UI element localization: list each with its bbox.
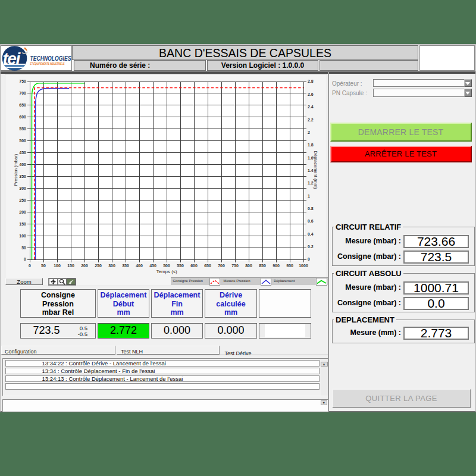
svg-text:550: 550	[177, 264, 184, 268]
svg-text:450: 450	[19, 151, 26, 155]
svg-text:900: 900	[273, 264, 280, 268]
svg-text:2.8: 2.8	[308, 79, 314, 83]
svg-text:750: 750	[19, 79, 26, 83]
svg-text:300: 300	[108, 264, 115, 268]
svg-text:650: 650	[19, 103, 26, 107]
svg-text:400: 400	[19, 162, 26, 167]
svg-text:350: 350	[122, 264, 129, 268]
svg-text:1.6: 1.6	[308, 156, 314, 160]
svg-text:1.4: 1.4	[308, 168, 314, 173]
svg-text:Temps (s): Temps (s)	[156, 269, 177, 274]
svg-text:850: 850	[259, 264, 266, 268]
svg-text:450: 450	[149, 264, 156, 268]
svg-text:0.2: 0.2	[308, 245, 314, 249]
svg-text:600: 600	[190, 264, 198, 268]
svg-text:100: 100	[19, 234, 26, 238]
svg-text:1.2: 1.2	[308, 181, 314, 185]
svg-text:0: 0	[308, 257, 310, 261]
svg-text:350: 350	[19, 174, 26, 178]
svg-text:Déplacement (mm): Déplacement (mm)	[313, 151, 318, 189]
svg-text:300: 300	[19, 186, 26, 190]
svg-text:TECHNOLOGIES: TECHNOLOGIES	[30, 55, 71, 62]
svg-text:1000: 1000	[299, 264, 308, 268]
svg-text:700: 700	[218, 264, 225, 268]
svg-text:800: 800	[245, 264, 252, 268]
svg-text:150: 150	[19, 222, 26, 226]
svg-text:2.6: 2.6	[308, 92, 314, 96]
svg-text:2.4: 2.4	[308, 105, 314, 109]
svg-text:100: 100	[54, 264, 61, 268]
svg-text:600: 600	[19, 115, 26, 119]
svg-text:0.8: 0.8	[308, 206, 314, 211]
svg-text:2: 2	[308, 130, 310, 134]
svg-text:250: 250	[95, 264, 102, 268]
svg-text:0.4: 0.4	[308, 232, 314, 236]
svg-text:950: 950	[286, 264, 293, 268]
svg-text:650: 650	[204, 264, 211, 268]
svg-text:500: 500	[19, 139, 26, 143]
svg-text:500: 500	[163, 264, 170, 268]
svg-text:1: 1	[308, 194, 310, 198]
svg-text:tei: tei	[3, 49, 21, 68]
svg-text:2.2: 2.2	[308, 118, 314, 122]
svg-text:700: 700	[19, 91, 26, 95]
svg-text:250: 250	[19, 198, 26, 202]
svg-text:0: 0	[29, 264, 31, 268]
svg-text:550: 550	[19, 127, 26, 131]
svg-text:0: 0	[24, 257, 26, 261]
svg-text:50: 50	[41, 264, 46, 268]
svg-text:1.8: 1.8	[308, 143, 314, 147]
svg-text:750: 750	[231, 264, 239, 268]
svg-text:200: 200	[19, 210, 26, 214]
svg-text:400: 400	[136, 264, 143, 268]
svg-text:150: 150	[67, 264, 74, 268]
svg-text:50: 50	[21, 246, 26, 250]
svg-text:200: 200	[81, 264, 88, 268]
svg-text:ET ÉQUIPEMENTS INDUSTRIELS: ET ÉQUIPEMENTS INDUSTRIELS	[30, 61, 65, 65]
svg-text:0.6: 0.6	[308, 219, 314, 223]
svg-text:Pression (mbar): Pression (mbar)	[13, 154, 18, 186]
